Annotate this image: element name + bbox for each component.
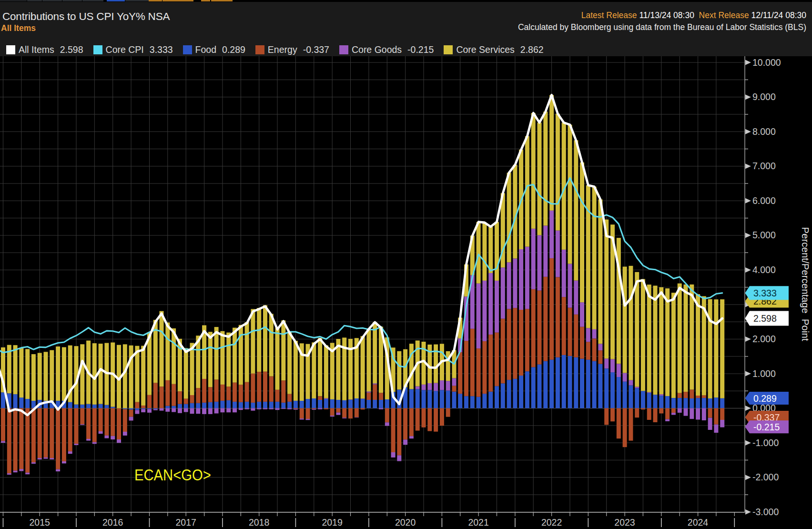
svg-text:Percent/Percentage Point: Percent/Percentage Point [800,227,811,341]
svg-text:2015: 2015 [30,517,51,528]
svg-text:9.000: 9.000 [752,92,776,102]
svg-text:-0.215: -0.215 [753,422,780,432]
svg-text:2019: 2019 [322,517,342,528]
svg-text:4.000: 4.000 [752,264,776,275]
svg-text:2022: 2022 [541,517,562,528]
svg-text:2020: 2020 [395,517,416,528]
svg-text:2016: 2016 [102,517,123,528]
svg-text:6.000: 6.000 [752,195,776,206]
svg-text:10.000: 10.000 [752,57,781,68]
svg-text:-3.000: -3.000 [752,507,779,517]
svg-text:2023: 2023 [614,517,635,528]
svg-text:ECAN<GO>: ECAN<GO> [134,466,211,484]
svg-text:-1.000: -1.000 [752,437,779,448]
svg-text:-2.000: -2.000 [752,472,779,482]
svg-text:2017: 2017 [176,517,196,528]
svg-text:2.000: 2.000 [752,334,776,344]
svg-text:7.000: 7.000 [752,161,776,171]
svg-text:2024: 2024 [688,517,709,528]
svg-text:5.000: 5.000 [752,230,776,240]
svg-text:1.000: 1.000 [752,368,776,379]
svg-text:8.000: 8.000 [752,126,776,137]
svg-text:2.598: 2.598 [753,313,777,324]
svg-text:0.289: 0.289 [753,393,777,404]
svg-text:2021: 2021 [468,517,488,528]
svg-text:3.333: 3.333 [753,288,777,298]
svg-text:2018: 2018 [249,517,269,528]
